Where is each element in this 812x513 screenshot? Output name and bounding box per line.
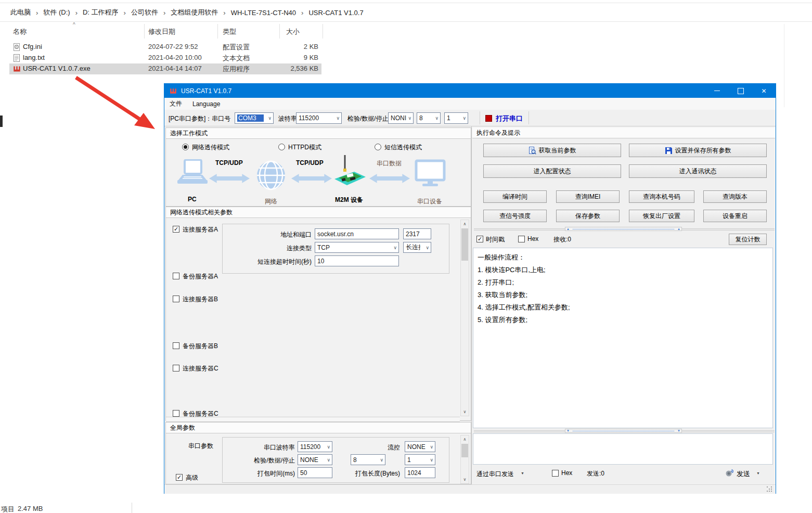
column-header-size[interactable]: 大小	[286, 27, 300, 36]
splitter-handle[interactable]: ▼ ▼	[565, 429, 682, 433]
explorer-scrollbar[interactable]	[784, 24, 784, 107]
com-port-value: COM3	[237, 114, 264, 122]
send-options-arrow-icon[interactable]: ▼	[756, 471, 760, 475]
scrollbar-thumb[interactable]	[461, 228, 468, 261]
short-timeout-input[interactable]: 10	[315, 255, 399, 266]
dropdown-arrow-icon[interactable]: ▼	[521, 471, 524, 475]
global-params-scrollbar[interactable]: ∧ ∨	[460, 435, 469, 484]
scroll-down-icon[interactable]: ∨	[461, 476, 469, 483]
global-databits-select[interactable]: 8 ∨	[351, 454, 385, 465]
checkbox-backup-a[interactable]	[173, 273, 179, 279]
open-serial-button[interactable]: 打开串口	[496, 114, 523, 123]
checkbox-send-hex[interactable]	[552, 470, 559, 477]
breadcrumb-item-product[interactable]: WH-LTE-7S1-CT-N40	[228, 9, 299, 17]
query-version-button[interactable]: 查询版本	[703, 190, 767, 203]
baud-select[interactable]: 115200 ∨	[296, 112, 342, 124]
send-button[interactable]: 发送	[737, 469, 750, 479]
close-button[interactable]: ✕	[752, 84, 776, 98]
titlebar[interactable]: USR-CAT1 V1.0.7	[164, 84, 776, 98]
link-label-tcp-udp-1: TCP/UDP	[215, 159, 243, 166]
net-params-hscrollbar[interactable]	[166, 417, 460, 422]
breadcrumb: 此电脑 › 软件 (D:) › D: 工作程序 › 公司软件 › 文档组使用软件…	[7, 6, 367, 19]
window-title: USR-CAT1 V1.0.7	[181, 87, 231, 95]
minimize-button[interactable]	[705, 84, 729, 98]
server-a-address-input[interactable]: socket.usr.cn	[315, 228, 399, 239]
scrollbar-thumb[interactable]	[461, 444, 468, 457]
breadcrumb-item-company[interactable]: 公司软件	[128, 8, 161, 17]
menu-file[interactable]: 文件	[164, 99, 187, 108]
scroll-up-icon[interactable]: ∧	[461, 435, 469, 443]
net-params-scrollbar[interactable]: ∧ ∨	[460, 220, 469, 416]
pack-time-input[interactable]: 50	[298, 467, 332, 478]
text-file-icon	[13, 54, 21, 62]
parity-select[interactable]: NONI ∨	[388, 112, 414, 124]
scroll-up-icon[interactable]: ∧	[461, 220, 469, 228]
receive-log-area[interactable]: 一般操作流程： 1. 模块连PC串口,上电; 2. 打开串口; 3. 获取当前参…	[473, 248, 773, 428]
databits-select[interactable]: 8 ∨	[417, 112, 441, 124]
set-save-params-button[interactable]: 设置并保存所有参数	[629, 144, 767, 157]
menu-language[interactable]: Language	[187, 100, 225, 108]
window-resize-grip[interactable]	[767, 486, 768, 488]
global-parity-select[interactable]: NONE ∨	[298, 454, 332, 465]
enter-comm-state-button[interactable]: 进入通讯状态	[629, 164, 767, 178]
column-divider[interactable]	[217, 24, 218, 39]
global-stopbits-select[interactable]: 1 ∨	[405, 454, 435, 465]
radio-httpd-label[interactable]: HTTPD模式	[288, 143, 321, 152]
get-params-button[interactable]: 获取当前参数	[483, 144, 621, 157]
compile-time-button[interactable]: 编译时间	[483, 190, 547, 203]
factory-reset-button[interactable]: 恢复出厂设置	[629, 210, 694, 222]
breadcrumb-item-workdir[interactable]: D: 工作程序	[80, 8, 122, 17]
enter-config-state-button[interactable]: 进入配置状态	[483, 164, 621, 178]
flow-control-select[interactable]: NONE ∨	[405, 441, 435, 452]
keepalive-select[interactable]: 长连接 ∨	[403, 242, 431, 253]
com-port-select[interactable]: COM3 ∨	[235, 112, 274, 124]
checkbox-advanced[interactable]: ✓	[176, 474, 183, 481]
stopbits-select[interactable]: 1 ∨	[444, 112, 468, 124]
server-a-port-input[interactable]: 2317	[403, 228, 431, 239]
breadcrumb-separator-icon: ›	[299, 9, 305, 17]
file-row-lang-txt[interactable]: lang.txt 2021-04-20 10:00 文本文档 9 KB	[9, 53, 321, 63]
breadcrumb-item-drive[interactable]: 软件 (D:)	[40, 8, 73, 17]
checkbox-recv-hex[interactable]	[518, 236, 525, 242]
checkbox-server-a[interactable]: ✓	[173, 226, 179, 233]
query-imei-button[interactable]: 查询IMEI	[556, 190, 620, 203]
column-divider[interactable]	[144, 24, 145, 39]
radio-net-transparent-label[interactable]: 网络透传模式	[192, 143, 229, 152]
save-settings-button[interactable]: 保存参数	[556, 210, 620, 222]
radio-sms-label[interactable]: 短信透传模式	[384, 143, 422, 152]
file-row-cfg-ini[interactable]: Cfg.ini 2024-07-22 9:52 配置设置 2 KB	[9, 42, 321, 53]
radio-net-transparent-mode[interactable]	[182, 144, 189, 150]
column-header-date[interactable]: 修改日期	[148, 27, 175, 36]
conn-type-select[interactable]: TCP ∨	[315, 242, 399, 253]
breadcrumb-item-docsoft[interactable]: 文档组使用软件	[167, 8, 221, 17]
checkbox-backup-c[interactable]	[173, 410, 179, 417]
pack-len-input[interactable]: 1024	[405, 467, 435, 478]
file-size: 2,536 KB	[269, 65, 318, 72]
column-divider[interactable]	[323, 24, 323, 39]
reset-counter-button[interactable]: 复位计数	[729, 234, 767, 245]
radio-httpd-mode[interactable]	[278, 144, 285, 150]
maximize-button[interactable]	[729, 84, 752, 98]
column-header-type[interactable]: 类型	[223, 27, 236, 36]
radio-sms-mode[interactable]	[375, 144, 381, 150]
global-baud-select[interactable]: 115200 ∨	[298, 441, 332, 452]
checkbox-backup-b[interactable]	[173, 342, 179, 349]
checkbox-server-b[interactable]	[173, 296, 179, 302]
send-via-serial-dropdown[interactable]: 通过串口发送	[476, 470, 514, 479]
send-splitter[interactable]: ▼ ▼	[474, 429, 775, 433]
device-restart-button[interactable]: 设备重启	[703, 210, 767, 222]
breadcrumb-item-this-pc[interactable]: 此电脑	[7, 8, 34, 17]
checkbox-timestamp[interactable]: ✓	[476, 236, 483, 242]
query-phone-number-button[interactable]: 查询本机号码	[629, 190, 694, 203]
breadcrumb-item-current[interactable]: USR-CAT1 V1.0.7	[305, 9, 366, 17]
splitter-handle[interactable]: ▲ ▲	[565, 227, 682, 231]
checkbox-server-c[interactable]	[173, 365, 179, 371]
recv-splitter[interactable]: ▲ ▲	[474, 227, 775, 231]
column-header-name[interactable]: 名称	[13, 27, 27, 36]
scroll-down-icon[interactable]: ∨	[461, 408, 469, 416]
send-input-area[interactable]	[473, 433, 773, 465]
query-signal-button[interactable]: 查信号强度	[483, 210, 547, 222]
file-size: 9 KB	[269, 54, 318, 61]
column-divider[interactable]	[279, 24, 280, 39]
query-phone-number-label: 查询本机号码	[643, 193, 680, 201]
